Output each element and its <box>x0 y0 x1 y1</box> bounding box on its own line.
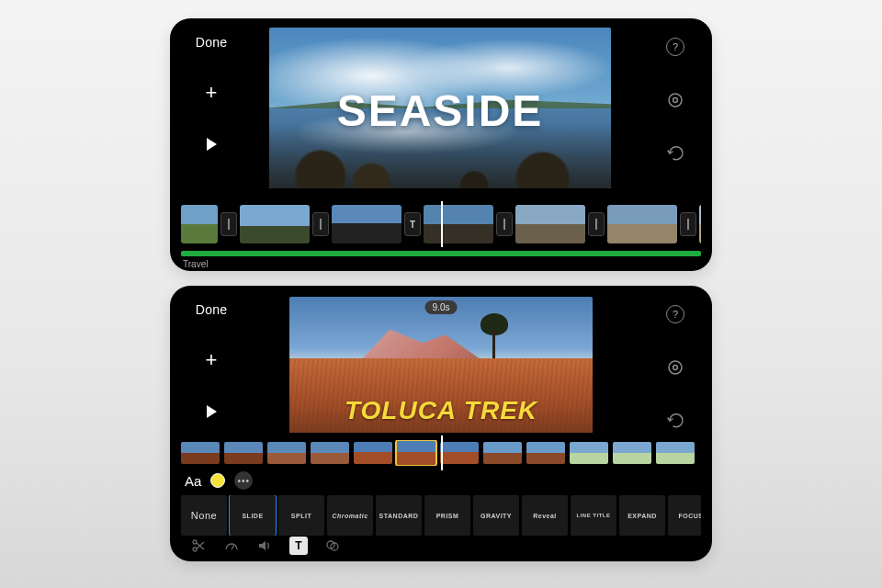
settings-button[interactable] <box>665 357 685 378</box>
volume-button[interactable] <box>256 537 273 554</box>
scissors-button[interactable] <box>190 537 207 554</box>
left-controls: Done + <box>170 18 253 153</box>
filters-button[interactable] <box>324 537 341 554</box>
scissors-icon <box>191 538 206 553</box>
audio-track-label: Travel <box>183 259 208 269</box>
volume-icon <box>257 538 272 553</box>
play-button[interactable] <box>203 136 220 153</box>
done-button[interactable]: Done <box>196 302 227 317</box>
title-style-focus[interactable]: FOCUS <box>668 495 701 536</box>
font-button[interactable]: Aa <box>185 473 201 489</box>
help-button[interactable]: ? <box>665 37 685 57</box>
editor-top: Done + SEASIDE ? <box>170 18 712 271</box>
undo-icon <box>665 145 685 162</box>
timeline-clip[interactable] <box>267 442 306 464</box>
right-controls: ? <box>639 18 712 164</box>
timeline-clip[interactable] <box>181 205 218 243</box>
transition-button[interactable] <box>496 212 513 236</box>
preview-title-overlay: SEASIDE <box>269 85 611 136</box>
timeline-clip-selected[interactable] <box>397 441 435 465</box>
svg-point-5 <box>193 548 197 551</box>
playhead[interactable] <box>441 201 443 247</box>
title-style-chromatic[interactable]: Chromatic <box>327 495 373 536</box>
title-style-split[interactable]: SPLIT <box>278 495 324 536</box>
preview-tree <box>481 313 508 359</box>
svg-point-3 <box>673 366 678 370</box>
timeline-clip[interactable] <box>332 205 401 243</box>
left-controls: Done + <box>170 286 253 420</box>
add-media-button[interactable]: + <box>206 81 218 105</box>
right-controls: ? <box>639 286 712 431</box>
filters-icon <box>325 538 340 553</box>
editor-bottom: Done + 9.0s TOLUCA TREK ? <box>170 286 712 561</box>
transition-title-button[interactable] <box>404 212 421 236</box>
help-icon: ? <box>666 305 684 323</box>
title-style-reveal[interactable]: Reveal <box>522 495 568 536</box>
svg-point-1 <box>673 98 678 103</box>
timeline-clip[interactable] <box>224 442 263 464</box>
transition-button[interactable] <box>588 212 605 236</box>
title-style-prism[interactable]: PRISM <box>424 495 470 536</box>
svg-point-0 <box>669 94 682 107</box>
transition-button[interactable] <box>312 212 329 236</box>
help-button[interactable]: ? <box>665 304 685 324</box>
bottom-toolbar: T <box>170 536 712 556</box>
play-icon <box>203 403 220 420</box>
title-style-strip[interactable]: None SLIDE SPLIT Chromatic STANDARD PRIS… <box>181 495 701 536</box>
playhead[interactable] <box>441 435 443 470</box>
timeline-clip[interactable] <box>526 442 565 464</box>
timeline-clip[interactable] <box>483 442 522 464</box>
timeline-clip[interactable] <box>613 442 651 464</box>
title-style-gravity[interactable]: GRAVITY <box>473 495 519 536</box>
help-icon: ? <box>666 38 684 56</box>
speed-button[interactable] <box>223 537 240 554</box>
undo-button[interactable] <box>665 411 685 431</box>
title-button[interactable]: T <box>289 537 308 555</box>
transition-button[interactable] <box>220 212 237 236</box>
title-style-expand[interactable]: EXPAND <box>619 495 665 536</box>
timeline-clip[interactable] <box>181 442 220 464</box>
undo-button[interactable] <box>665 143 685 164</box>
done-button[interactable]: Done <box>196 35 227 50</box>
timeline-clip[interactable] <box>570 442 608 464</box>
gear-icon <box>666 91 684 109</box>
play-button[interactable] <box>203 403 220 420</box>
text-color-button[interactable] <box>210 473 225 488</box>
text-format-row: Aa ••• <box>185 469 253 492</box>
timeline-clip[interactable] <box>424 205 493 243</box>
timeline-clip[interactable] <box>515 205 585 243</box>
undo-icon <box>665 413 685 429</box>
timeline-clip[interactable] <box>440 442 479 464</box>
timeline-clip[interactable] <box>311 442 349 464</box>
clip-duration-badge: 9.0s <box>425 300 458 314</box>
speedometer-icon <box>224 538 239 553</box>
settings-button[interactable] <box>665 90 685 110</box>
timeline-clip[interactable] <box>699 205 701 243</box>
transition-button[interactable] <box>680 212 696 236</box>
play-icon <box>203 136 220 153</box>
timeline-clip[interactable] <box>240 205 310 243</box>
preview-title-overlay: TOLUCA TREK <box>289 396 593 425</box>
timeline[interactable] <box>181 201 701 247</box>
audio-track[interactable] <box>181 251 701 256</box>
preview-viewport: 9.0s TOLUCA TREK <box>289 297 593 433</box>
timeline-clip[interactable] <box>656 442 695 464</box>
svg-point-4 <box>193 540 197 544</box>
title-style-line-title[interactable]: LINE TITLE <box>571 495 616 536</box>
title-style-none[interactable]: None <box>181 495 227 536</box>
title-style-standard[interactable]: STANDARD <box>376 495 422 536</box>
more-options-button[interactable]: ••• <box>234 471 253 490</box>
timeline-clip[interactable] <box>607 205 677 243</box>
timeline-clip[interactable] <box>354 442 392 464</box>
svg-point-2 <box>669 361 682 374</box>
gear-icon <box>666 358 684 377</box>
title-style-slide[interactable]: SLIDE <box>230 495 276 536</box>
preview-viewport: SEASIDE <box>269 28 611 188</box>
add-media-button[interactable]: + <box>206 348 218 372</box>
